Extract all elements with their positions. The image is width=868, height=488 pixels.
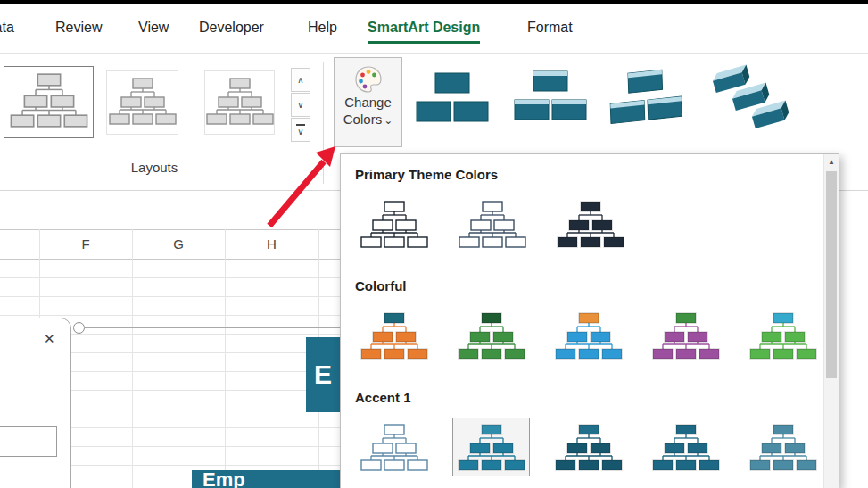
text-pane-item[interactable] <box>0 426 57 457</box>
org-chart-layout-icon <box>10 73 88 131</box>
scrollbar-up-icon[interactable]: ▲ <box>824 154 839 170</box>
tab-review[interactable]: Review <box>55 20 102 36</box>
excel-window: Data Review View Developer Help SmartArt… <box>0 0 868 488</box>
chevron-up-icon: ∧ <box>297 75 303 85</box>
smartart-styles-gallery <box>407 57 792 141</box>
color-variants-list: Primary Theme ColorsColorfulAccent 1 <box>341 154 823 488</box>
gridline <box>0 229 340 230</box>
gallery-scroll-up-button[interactable]: ∧ <box>291 68 310 92</box>
change-colors-label-line2: Colors <box>343 112 382 127</box>
smartart-text-pane: ✕ <box>0 318 71 488</box>
gridline <box>0 315 340 316</box>
change-colors-button[interactable]: Change Colors⌄ <box>334 57 402 147</box>
tab-format[interactable]: Format <box>527 20 573 36</box>
change-colors-label-line1: Change <box>344 94 392 111</box>
shape-text: Emp <box>203 470 245 488</box>
tab-smartart-design[interactable]: SmartArt Design <box>368 20 480 44</box>
color-variant-thumb[interactable] <box>745 306 823 365</box>
color-variant-thumb[interactable] <box>355 306 433 365</box>
color-variant-thumb[interactable] <box>648 418 725 476</box>
color-variant-thumb[interactable] <box>453 194 532 253</box>
color-variant-thumb[interactable] <box>355 418 433 476</box>
color-section-title: Accent 1 <box>355 390 823 406</box>
gridline <box>132 229 133 488</box>
smartart-style-thumb-flat[interactable] <box>407 57 498 141</box>
close-icon[interactable]: ✕ <box>44 331 55 347</box>
gridline <box>0 259 340 260</box>
chevron-down-icon: ∨ <box>297 127 303 136</box>
gridline <box>225 229 226 488</box>
layout-gallery-item[interactable] <box>106 70 178 135</box>
column-header-f[interactable]: F <box>39 230 132 259</box>
change-colors-dropdown: Primary Theme ColorsColorfulAccent 1 ▲ <box>340 153 839 488</box>
tab-developer[interactable]: Developer <box>199 20 264 36</box>
color-section-title: Primary Theme Colors <box>355 167 823 183</box>
org-chart-layout-icon <box>206 78 274 128</box>
gridline <box>0 277 340 278</box>
gallery-more-icon <box>296 124 305 126</box>
color-variant-thumb[interactable] <box>452 306 530 365</box>
color-variant-thumb[interactable] <box>551 194 630 253</box>
layouts-group-label: Layouts <box>107 160 202 175</box>
selection-border <box>85 327 340 328</box>
column-header-h[interactable]: H <box>225 230 318 259</box>
tab-view[interactable]: View <box>138 20 169 36</box>
color-variant-thumb[interactable] <box>355 194 434 253</box>
gridline <box>0 296 340 297</box>
color-variant-thumb-selected[interactable] <box>452 418 530 476</box>
color-variant-thumb[interactable] <box>745 418 823 476</box>
smartart-style-thumb-bricks[interactable] <box>701 57 792 141</box>
menu-divider <box>0 53 868 54</box>
color-variant-thumb[interactable] <box>550 306 627 365</box>
color-variant-thumb[interactable] <box>648 306 725 365</box>
dropdown-scrollbar[interactable]: ▲ <box>823 154 839 488</box>
window-top-edge <box>0 0 868 4</box>
selection-handle[interactable] <box>73 322 85 334</box>
smartart-shape-top[interactable]: E <box>306 337 340 412</box>
ribbon-separator <box>323 62 324 184</box>
smartart-shape-bottom[interactable]: Emp <box>192 470 340 488</box>
color-section-title: Colorful <box>355 278 823 294</box>
palette-icon <box>354 65 383 94</box>
chevron-down-icon: ∨ <box>297 100 303 110</box>
chevron-down-icon: ⌄ <box>384 114 393 127</box>
color-variant-thumb[interactable] <box>550 418 627 476</box>
gallery-scroll-down-button[interactable]: ∨ <box>291 93 310 117</box>
tab-data[interactable]: Data <box>0 20 14 36</box>
org-chart-layout-icon <box>109 78 177 128</box>
tab-help[interactable]: Help <box>308 20 337 36</box>
column-header-g[interactable]: G <box>132 230 225 259</box>
gallery-more-button[interactable]: ∨ <box>291 118 310 142</box>
scrollbar-thumb[interactable] <box>826 171 837 378</box>
color-variant-row <box>355 306 823 365</box>
layout-gallery-item[interactable] <box>204 70 275 135</box>
shape-text: E <box>314 360 332 390</box>
smartart-style-thumb-3d-top[interactable] <box>505 57 596 141</box>
layout-gallery-item-selected[interactable] <box>4 66 94 138</box>
smartart-style-thumb-3d-angle[interactable] <box>603 57 694 141</box>
color-variant-row <box>355 194 823 253</box>
color-variant-row <box>355 418 823 476</box>
